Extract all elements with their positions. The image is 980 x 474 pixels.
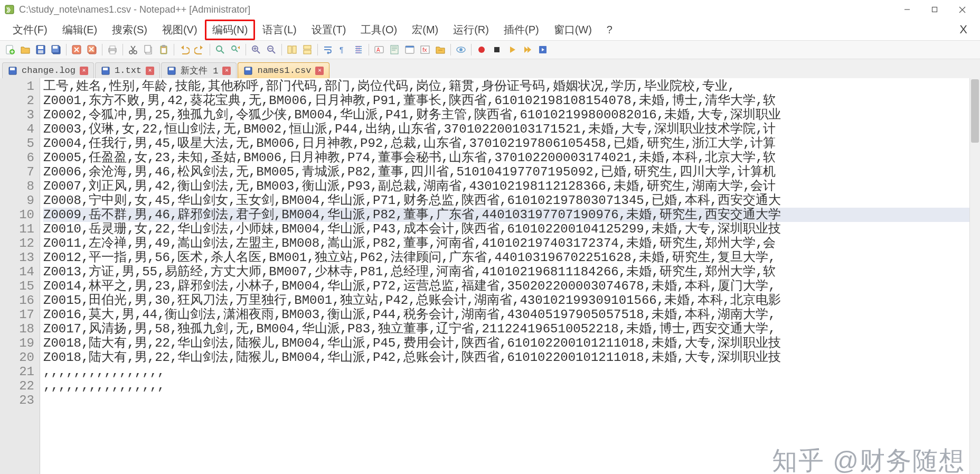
code-line[interactable]: ,,,,,,,,,,,,,,,,	[43, 379, 980, 393]
paste-button[interactable]	[157, 43, 171, 57]
doc-map-button[interactable]	[388, 43, 401, 57]
code-line[interactable]: Z0009,岳不群,男,46,辟邪剑法,君子剑,BM004,华山派,P82,董事…	[43, 208, 980, 222]
svg-point-50	[459, 48, 463, 51]
svg-text:¶: ¶	[340, 45, 344, 54]
code-line[interactable]: Z0011,左冷禅,男,49,嵩山剑法,左盟主,BM008,嵩山派,P82,董事…	[43, 236, 980, 250]
copy-button[interactable]	[142, 43, 155, 57]
code-line[interactable]: Z0006,余沧海,男,46,松风剑法,无,BM005,青城派,P82,董事,四…	[43, 165, 980, 179]
code-line[interactable]: Z0004,任我行,男,45,吸星大法,无,BM006,日月神教,P92,总裁,…	[43, 136, 980, 151]
code-line[interactable]	[43, 393, 980, 407]
menu-edit[interactable]: 编辑(E)	[55, 20, 105, 40]
code-line[interactable]: Z0002,令狐冲,男,25,独孤九剑,令狐少侠,BM004,华山派,P41,财…	[43, 108, 980, 122]
zoom-out-button[interactable]	[265, 43, 278, 57]
code-line[interactable]: Z0010,岳灵珊,女,22,华山剑法,小师妹,BM004,华山派,P43,成本…	[43, 222, 980, 236]
close-button[interactable]	[948, 0, 976, 19]
maximize-button[interactable]	[921, 0, 948, 19]
open-file-button[interactable]	[18, 43, 32, 57]
code-line[interactable]: 工号,姓名,性别,年龄,技能,其他称呼,部门代码,部门,岗位代码,岗位,籍贯,身…	[43, 79, 980, 94]
tab-1-txt[interactable]: 1.txt✕	[95, 62, 160, 78]
code-content[interactable]: 工号,姓名,性别,年龄,技能,其他称呼,部门代码,部门,岗位代码,岗位,籍贯,身…	[40, 78, 980, 474]
code-line[interactable]: Z0003,仪琳,女,22,恒山剑法,无,BM002,恒山派,P44,出纳,山东…	[43, 122, 980, 136]
menu-encoding[interactable]: 编码(N)	[205, 20, 256, 40]
tab-close-icon[interactable]: ✕	[146, 67, 154, 75]
code-line[interactable]: ,,,,,,,,,,,,,,,,	[43, 365, 980, 379]
wordwrap-button[interactable]	[321, 43, 335, 57]
code-line[interactable]: Z0017,风清扬,男,58,独孤九剑,无,BM004,华山派,P83,独立董事…	[43, 322, 980, 336]
close-document-button[interactable]: X	[952, 20, 975, 40]
code-line[interactable]: Z0008,宁中则,女,45,华山剑女,玉女剑,BM004,华山派,P71,财务…	[43, 193, 980, 208]
stop-macro-button[interactable]	[490, 43, 504, 57]
menu-file[interactable]: 文件(F)	[5, 20, 55, 40]
replace-button[interactable]	[229, 43, 242, 57]
play-multi-button[interactable]	[521, 43, 534, 57]
sync-h-button[interactable]	[300, 43, 314, 57]
menu-macro[interactable]: 宏(M)	[404, 20, 446, 40]
editor-area[interactable]: 1234567891011121314151617181920212223 工号…	[0, 78, 980, 474]
find-button[interactable]	[213, 43, 227, 57]
code-line[interactable]: Z0005,任盈盈,女,23,未知,圣姑,BM006,日月神教,P74,董事会秘…	[43, 151, 980, 165]
tab-names1-csv[interactable]: names1.csv✕	[238, 62, 329, 78]
record-macro-button[interactable]	[475, 43, 488, 57]
monitor-button[interactable]	[454, 43, 468, 57]
tab--1[interactable]: 新文件 1✕	[161, 62, 237, 78]
menu-run[interactable]: 运行(R)	[446, 20, 496, 40]
svg-rect-22	[145, 45, 150, 52]
scrollbar-thumb[interactable]	[971, 79, 979, 143]
tab-close-icon[interactable]: ✕	[80, 67, 88, 75]
code-line[interactable]: Z0015,田伯光,男,30,狂风刀法,万里独行,BM001,独立站,P42,总…	[43, 293, 980, 308]
minimize-button[interactable]	[893, 0, 921, 19]
cut-button[interactable]	[126, 43, 140, 57]
svg-point-26	[216, 46, 222, 51]
code-line[interactable]: Z0012,平一指,男,56,医术,杀人名医,BM001,独立站,P62,法律顾…	[43, 250, 980, 265]
svg-rect-12	[53, 46, 58, 49]
play-macro-button[interactable]	[505, 43, 519, 57]
menu-view[interactable]: 视图(V)	[155, 20, 205, 40]
disk-icon	[243, 66, 253, 76]
save-button[interactable]	[34, 43, 48, 57]
save-macro-button[interactable]	[536, 43, 550, 57]
title-bar[interactable]: C:\study_note\names1.csv - Notepad++ [Ad…	[0, 0, 980, 19]
tab-close-icon[interactable]: ✕	[222, 67, 231, 75]
window-title: C:\study_note\names1.csv - Notepad++ [Ad…	[19, 4, 250, 15]
undo-button[interactable]	[177, 43, 191, 57]
code-line[interactable]: Z0013,方证,男,55,易筋经,方丈大师,BM007,少林寺,P81,总经理…	[43, 265, 980, 279]
menu-search[interactable]: 搜索(S)	[105, 20, 155, 40]
tab-change-log[interactable]: change.log✕	[2, 62, 94, 78]
folder-workspace-button[interactable]	[434, 43, 447, 57]
redo-button[interactable]	[193, 43, 206, 57]
code-line[interactable]: Z0018,陆大有,男,22,华山剑法,陆猴儿,BM004,华山派,P45,费用…	[43, 336, 980, 350]
doc-list-button[interactable]	[403, 43, 417, 57]
print-button[interactable]	[106, 43, 119, 57]
close-all-button[interactable]	[85, 43, 99, 57]
tab-close-icon[interactable]: ✕	[315, 67, 324, 75]
code-line[interactable]: Z0007,刘正风,男,42,衡山剑法,无,BM003,衡山派,P93,副总裁,…	[43, 179, 980, 193]
showall-button[interactable]: ¶	[336, 43, 350, 57]
menu-settings[interactable]: 设置(T)	[304, 20, 354, 40]
tab-label: names1.csv	[257, 66, 311, 76]
vertical-scrollbar[interactable]	[969, 78, 980, 474]
menu-plugins[interactable]: 插件(P)	[496, 20, 546, 40]
code-line[interactable]: Z0018,陆大有,男,22,华山剑法,陆猴儿,BM004,华山派,P42,总账…	[43, 350, 980, 365]
new-file-button[interactable]	[3, 43, 17, 57]
zoom-in-button[interactable]	[249, 43, 263, 57]
sync-v-button[interactable]	[285, 43, 299, 57]
func-list-button[interactable]: fx	[418, 43, 432, 57]
close-file-button[interactable]	[70, 43, 83, 57]
menu-language[interactable]: 语言(L)	[255, 20, 304, 40]
svg-line-31	[257, 51, 260, 53]
svg-rect-2	[932, 7, 937, 12]
svg-text:fx: fx	[422, 47, 427, 53]
code-line[interactable]: Z0014,林平之,男,23,辟邪剑法,小林子,BM004,华山派,P72,运营…	[43, 279, 980, 293]
svg-rect-59	[169, 68, 174, 70]
menu-help[interactable]: ?	[599, 21, 620, 39]
lang-icon[interactable]: A	[372, 43, 386, 57]
menu-window[interactable]: 窗口(W)	[546, 20, 599, 40]
indent-guide-button[interactable]	[352, 43, 365, 57]
svg-rect-18	[110, 51, 115, 54]
code-line[interactable]: Z0016,莫大,男,44,衡山剑法,潇湘夜雨,BM003,衡山派,P44,税务…	[43, 308, 980, 322]
svg-rect-41	[391, 45, 398, 54]
code-line[interactable]: Z0001,东方不败,男,42,葵花宝典,无,BM006,日月神教,P91,董事…	[43, 94, 980, 108]
line-gutter: 1234567891011121314151617181920212223	[0, 78, 40, 474]
save-all-button[interactable]	[49, 43, 63, 57]
menu-tools[interactable]: 工具(O)	[353, 20, 404, 40]
